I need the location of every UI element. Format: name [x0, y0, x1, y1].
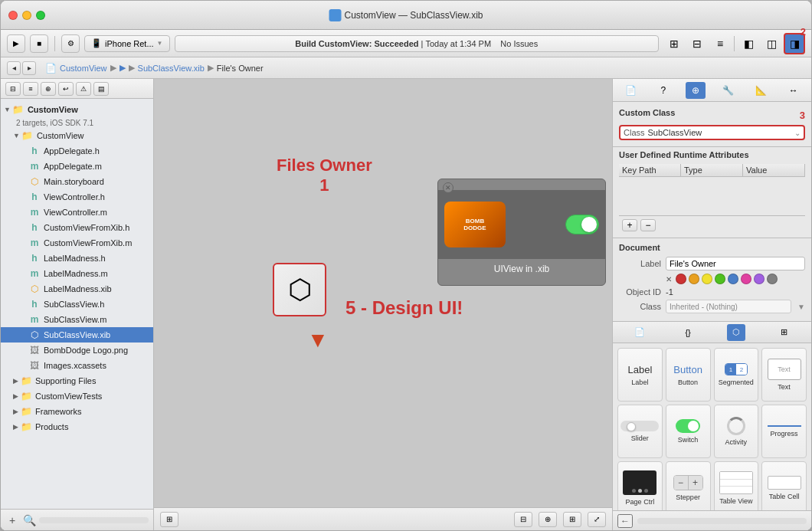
- tree-labelmadness-h-label: LabelMadness.h: [44, 254, 106, 263]
- tree-bombdodge-logo[interactable]: 🖼 BombDodge Logo.png: [1, 343, 153, 358]
- tree-customviewfromxib-m[interactable]: m CustomViewFromXib.m: [1, 235, 153, 251]
- sidebar-search-btn[interactable]: ⊕: [41, 82, 56, 96]
- tree-subclassview-xib[interactable]: ⬡ SubClassView.xib: [1, 327, 153, 343]
- sidebar-issues-btn[interactable]: ⚠: [76, 82, 91, 96]
- tree-labelmadness-h[interactable]: h LabelMadness.h: [1, 251, 153, 266]
- forward-button[interactable]: ▸: [22, 61, 36, 75]
- minimize-button[interactable]: [22, 11, 31, 20]
- widget-switch[interactable]: Switch: [666, 405, 711, 458]
- stop-button[interactable]: ■: [30, 34, 48, 53]
- color-circle-pink[interactable]: [741, 274, 751, 284]
- widget-button[interactable]: Button Button: [666, 348, 711, 402]
- canvas-fullscreen-btn[interactable]: ⤢: [588, 512, 606, 527]
- sidebar-sort-btn[interactable]: ≡: [23, 82, 38, 96]
- inspector-connections-tab[interactable]: ↔: [784, 82, 804, 99]
- tree-images-xcassets[interactable]: 🖼 Images.xcassets: [1, 358, 153, 373]
- tree-subclassview-m[interactable]: m SubClassView.m: [1, 312, 153, 327]
- widget-label[interactable]: Label Label: [617, 348, 663, 402]
- close-button[interactable]: [8, 11, 18, 20]
- right-panel-scroll[interactable]: [637, 518, 807, 524]
- color-circle-blue[interactable]: [728, 274, 738, 284]
- widget-tab-objects[interactable]: ⬡: [727, 324, 745, 341]
- inspector-identity-tab[interactable]: ⊕: [686, 82, 706, 99]
- tree-customviewtests[interactable]: ▶ 📁 CustomViewTests: [1, 388, 153, 404]
- attrs-add-btn[interactable]: +: [622, 219, 637, 231]
- widget-tableview[interactable]: Table View: [714, 461, 759, 510]
- tree-labelmadness-xib[interactable]: ⬡ LabelMadness.xib: [1, 281, 153, 297]
- editor-version-btn[interactable]: ≡: [709, 33, 731, 54]
- color-circle-orange[interactable]: [689, 274, 699, 284]
- editor-assistant-btn[interactable]: ⊟: [686, 33, 708, 54]
- files-owner-cube[interactable]: ⬡: [273, 263, 326, 316]
- inspector-quick-help-tab[interactable]: ?: [653, 82, 673, 99]
- widget-tab-media[interactable]: ⊞: [775, 324, 794, 341]
- class-input[interactable]: [648, 128, 791, 137]
- tree-labelmadness-m[interactable]: m LabelMadness.m: [1, 266, 153, 281]
- page-visual: [623, 470, 656, 495]
- tree-root[interactable]: ▼ 📁 CustomView: [1, 102, 153, 117]
- canvas-zoom-out-btn[interactable]: ⊟: [514, 512, 532, 527]
- widget-activity[interactable]: Activity: [714, 405, 759, 458]
- tree-customviewfromxib-h[interactable]: h CustomViewFromXib.h: [1, 220, 153, 235]
- class-arrow-icon[interactable]: ⌄: [794, 129, 801, 137]
- tree-appdelegate-m[interactable]: m AppDelegate.m: [1, 159, 153, 174]
- right-panel-back-btn[interactable]: ←: [617, 514, 633, 528]
- canvas-zoom-in-btn[interactable]: ⊞: [563, 512, 581, 527]
- widget-tab-files[interactable]: 📄: [630, 324, 649, 341]
- color-circle-yellow[interactable]: [702, 274, 712, 284]
- inspector-file-tab[interactable]: 📄: [620, 82, 640, 99]
- editor-standard-btn[interactable]: ⊞: [663, 33, 685, 54]
- doc-class-value[interactable]: Inherited - (Nothing): [666, 300, 791, 313]
- doc-label-input[interactable]: [666, 257, 805, 270]
- widget-segmented[interactable]: 1 2 Segmented: [714, 348, 759, 402]
- scheme-button[interactable]: ⚙: [61, 34, 80, 53]
- widget-text[interactable]: Text Text: [761, 348, 807, 402]
- play-button[interactable]: ▶: [7, 34, 25, 53]
- class-dropdown-arrow[interactable]: ▼: [797, 303, 805, 311]
- attrs-remove-btn[interactable]: −: [640, 219, 656, 231]
- widget-page[interactable]: Page Ctrl: [617, 461, 663, 510]
- tree-products[interactable]: ▶ 📁 Products: [1, 419, 153, 434]
- navigator-toggle[interactable]: ◧: [738, 33, 759, 54]
- tree-appdelegate-h[interactable]: h AppDelegate.h: [1, 143, 153, 159]
- widget-progress[interactable]: Progress: [761, 405, 807, 458]
- widget-tab-code[interactable]: {}: [679, 324, 697, 341]
- canvas-fit-btn[interactable]: ⊞: [160, 512, 178, 527]
- canvas-zoom-reset-btn[interactable]: ⊕: [539, 512, 557, 527]
- filter-button[interactable]: 🔍: [22, 513, 36, 527]
- sidebar-history-btn[interactable]: ↩: [58, 82, 74, 96]
- tree-viewcontroller-m[interactable]: m ViewController.m: [1, 205, 153, 220]
- color-circle-red[interactable]: [676, 274, 686, 284]
- device-selector[interactable]: 📱 iPhone Ret... ▼: [84, 35, 170, 52]
- color-circle-green[interactable]: [715, 274, 725, 284]
- breadcrumb-customview[interactable]: CustomView: [60, 64, 107, 73]
- back-button[interactable]: ◂: [7, 61, 21, 75]
- sidebar-filter2-btn[interactable]: ▤: [93, 82, 109, 96]
- breadcrumb-folder[interactable]: ▶: [120, 63, 126, 73]
- add-file-button[interactable]: +: [5, 513, 19, 527]
- bomb-dodge-logo: BOMBDODGE: [444, 202, 506, 247]
- widget-tablecell[interactable]: Table Cell: [761, 461, 807, 510]
- widget-stepper[interactable]: − + Stepper: [666, 461, 711, 510]
- debug-toggle[interactable]: ◫: [761, 33, 782, 54]
- tree-subclassview-h[interactable]: h SubClassView.h: [1, 297, 153, 312]
- fullscreen-button[interactable]: [36, 11, 45, 20]
- sidebar: ⊟ ≡ ⊕ ↩ ⚠ ▤ ▼ 📁 CustomView 2 targets, iO…: [1, 79, 154, 530]
- uiview-card[interactable]: ✕ BOMBDODGE UIView in .xib: [437, 179, 606, 286]
- inspector-attributes-tab[interactable]: 🔧: [719, 82, 738, 99]
- card-close-icon[interactable]: ✕: [443, 182, 453, 193]
- widget-slider[interactable]: Slider: [617, 405, 663, 458]
- breadcrumb-file[interactable]: SubClassView.xib: [138, 64, 205, 73]
- sidebar-filter-btn[interactable]: ⊟: [5, 82, 21, 96]
- color-circle-gray[interactable]: [767, 274, 778, 284]
- tree-supporting-files[interactable]: ▶ 📁 Supporting Files: [1, 373, 153, 388]
- tree-customview-folder[interactable]: ▼ 📁 CustomView: [1, 128, 153, 143]
- h-file-icon-5: h: [28, 298, 41, 310]
- tree-viewcontroller-h[interactable]: h ViewController.h: [1, 189, 153, 205]
- tree-frameworks[interactable]: ▶ 📁 Frameworks: [1, 404, 153, 419]
- tree-main-storyboard[interactable]: ⬡ Main.storyboard: [1, 174, 153, 189]
- inspector-size-tab[interactable]: 📐: [751, 82, 771, 99]
- toggle-switch[interactable]: [565, 215, 599, 234]
- color-circle-purple[interactable]: [754, 274, 765, 284]
- sidebar-scroll[interactable]: [39, 517, 149, 523]
